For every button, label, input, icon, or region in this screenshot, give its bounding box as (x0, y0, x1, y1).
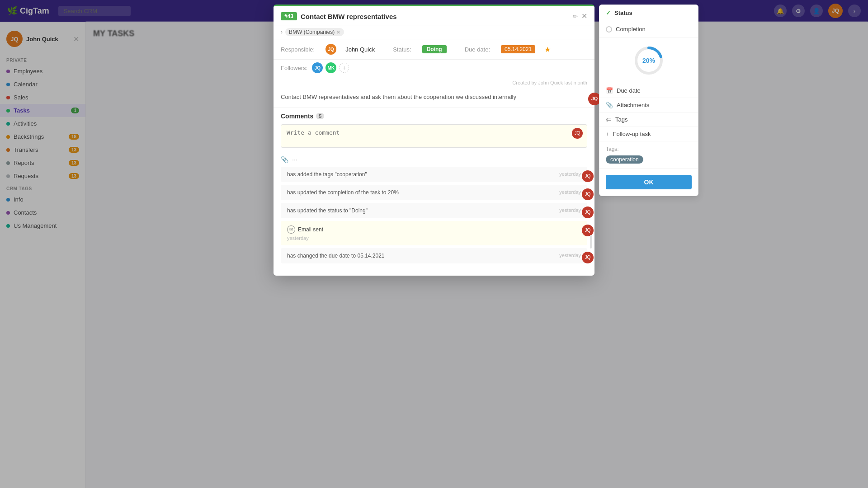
ok-button[interactable]: OK (606, 175, 692, 189)
panel-completion-label: Completion (616, 26, 646, 33)
panel-tags-item[interactable]: 🏷 Tags (599, 113, 698, 127)
modal-container: #43 Contact BMW representatives ✏ ✕ › BM… (274, 5, 594, 276)
email-comment-item: ✉ Email sent yesterday JQ (281, 221, 587, 245)
comment-input-avatar: JQ (572, 128, 583, 139)
due-date-label: Due date: (465, 46, 490, 53)
tags-section-label: Tags: (606, 146, 692, 152)
paperclip-icon: 📎 (606, 102, 613, 108)
star-icon[interactable]: ★ (544, 45, 551, 54)
panel-due-date-label: Due date (617, 87, 641, 94)
breadcrumb-tag[interactable]: BMW (Companies) ✕ (285, 28, 344, 36)
comments-header: Comments 5 (281, 113, 587, 120)
comment-item: has updated the completion of the task t… (281, 185, 587, 200)
comment-user-avatar: JQ (582, 188, 594, 200)
email-sent-header: ✉ Email sent (287, 225, 323, 234)
breadcrumb-arrow-icon: › (281, 29, 283, 35)
comment-item: has added the tags "cooperation" yesterd… (281, 167, 587, 182)
more-options-icon[interactable]: ··· (292, 156, 297, 163)
breadcrumb: › BMW (Companies) ✕ (274, 25, 594, 39)
status-badge[interactable]: Doing (422, 45, 447, 53)
created-by: Created by John Quick last month (274, 78, 594, 87)
modal-meta: Responsible: JQ John Quick Status: Doing… (274, 39, 594, 60)
responsible-label: Responsible: (281, 46, 315, 53)
panel-status-item[interactable]: ✓ Status (599, 5, 698, 21)
panel-followup-label: Follow-up task (613, 131, 651, 137)
comment-timestamp: yesterday (559, 207, 581, 213)
add-follower-button[interactable]: + (339, 63, 349, 73)
task-number: #43 (281, 12, 297, 20)
completion-circle-wrapper: 20% (599, 38, 698, 84)
comment-user-avatar: JQ (582, 170, 594, 182)
email-icon: ✉ (287, 225, 295, 234)
completion-progress-circle: 20% (633, 45, 665, 76)
panel-attachments-item[interactable]: 📎 Attachments (599, 98, 698, 113)
followers-row: Followers: JQ MK + (274, 60, 594, 78)
comment-input-wrapper: JQ (281, 124, 587, 150)
comment-input[interactable] (281, 124, 587, 148)
scroll-indicator (590, 235, 592, 249)
panel-tags-label: Tags (615, 116, 627, 123)
due-date-badge: 05.14.2021 (501, 45, 535, 53)
panel-status-label: Status (614, 9, 632, 16)
panel-due-date-item[interactable]: 📅 Due date (599, 84, 698, 98)
edit-icon[interactable]: ✏ (573, 13, 578, 20)
modal-header: #43 Contact BMW representatives ✏ ✕ (274, 6, 594, 25)
comment-text: has updated the completion of the task t… (287, 189, 399, 196)
comments-section: Comments 5 JQ 📎 ··· has added the tags "… (274, 108, 594, 271)
email-sent-label: Email sent (298, 226, 323, 233)
responsible-name: John Quick (345, 46, 375, 53)
breadcrumb-tag-label: BMW (Companies) (289, 29, 335, 35)
comment-user-avatar: JQ (582, 252, 594, 263)
task-title: Contact BMW representatives (301, 13, 569, 20)
comment-timestamp: yesterday (559, 171, 581, 177)
breadcrumb-tag-remove-icon[interactable]: ✕ (336, 29, 340, 35)
comment-timestamp: yesterday (559, 253, 581, 258)
description-text: Contact BMW representatives and ask them… (281, 94, 516, 100)
tag-icon: 🏷 (606, 116, 612, 123)
comment-user-avatar: JQ (582, 206, 594, 218)
modal-overlay: #43 Contact BMW representatives ✏ ✕ › BM… (0, 0, 868, 488)
email-user-avatar: JQ (582, 225, 594, 236)
tags-section: Tags: cooperation (599, 141, 698, 169)
responsible-avatar: JQ (326, 44, 336, 55)
comment-timestamp: yesterday (559, 189, 581, 195)
task-modal: #43 Contact BMW representatives ✏ ✕ › BM… (274, 5, 594, 276)
circle-icon (606, 26, 612, 33)
follower-avatar-1: JQ (312, 62, 323, 73)
check-icon: ✓ (606, 9, 611, 16)
comment-tools: 📎 ··· (281, 154, 587, 167)
comment-text: has updated the status to "Doing" (287, 207, 368, 214)
modal-close-button[interactable]: ✕ (581, 13, 587, 20)
email-timestamp: yesterday (287, 235, 309, 241)
plus-icon: + (606, 131, 609, 137)
followers-label: Followers: (281, 65, 307, 71)
comments-count: 5 (316, 113, 324, 119)
panel-completion-item[interactable]: Completion (599, 21, 698, 38)
completion-percent-label: 20% (633, 45, 665, 76)
panel-attachments-label: Attachments (617, 102, 649, 108)
calendar-icon: 📅 (606, 87, 613, 94)
comment-text: has added the tags "cooperation" (287, 171, 367, 178)
comment-item: has updated the status to "Doing" yester… (281, 203, 587, 218)
follower-avatar-2: MK (326, 62, 336, 73)
status-label: Status: (393, 46, 411, 53)
comment-item: has changed the due date to 05.14.2021 y… (281, 248, 587, 263)
comment-text: has changed the due date to 05.14.2021 (287, 253, 385, 259)
comments-label: Comments (281, 113, 313, 120)
attachment-icon[interactable]: 📎 (281, 156, 288, 163)
right-panel: ✓ Status Completion 20% 📅 (599, 5, 698, 196)
panel-followup-item[interactable]: + Follow-up task (599, 127, 698, 141)
tag-chip[interactable]: cooperation (606, 155, 643, 164)
task-description: Contact BMW representatives and ask them… (274, 87, 594, 108)
